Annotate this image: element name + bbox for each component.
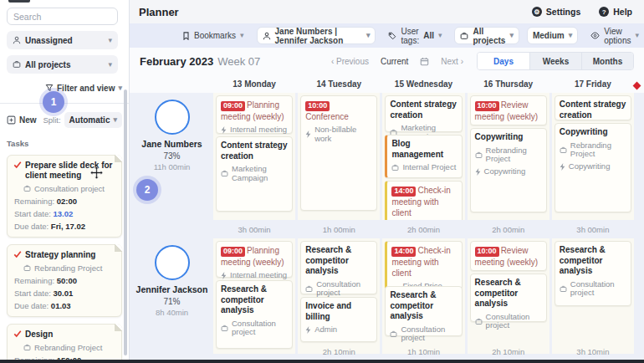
due-date-value: 01.03 <box>51 301 71 310</box>
task-card[interactable]: Research & competitor analysis Consultat… <box>216 280 293 349</box>
bookmarks-label: Bookmarks <box>194 31 236 40</box>
card-title: Content strategy creation <box>560 100 626 120</box>
task-card[interactable]: Research & competitor analysis Consultat… <box>300 241 377 294</box>
move-cursor-icon <box>90 166 103 179</box>
help-button[interactable]: ? Help <box>599 7 632 17</box>
event-card[interactable]: 10:00Review meeting (weekly) <box>470 95 547 125</box>
event-card[interactable]: 10:00Conference Non-billable work <box>300 95 377 211</box>
event-card[interactable]: 09:00Planning meeting (weekly) Internal … <box>216 241 293 278</box>
task-card[interactable]: Strategy planning Rebranding Project Rem… <box>7 244 122 317</box>
project-filter-dropdown[interactable]: All projects ▾ <box>7 55 118 74</box>
task-card[interactable]: Content strategy creation Marketing Camp… <box>216 136 293 212</box>
user-tags-label: User tags: <box>401 27 419 45</box>
due-date-label: Due date: <box>14 222 49 231</box>
briefcase-icon <box>391 164 399 171</box>
bookmark-icon <box>182 32 190 40</box>
next-button[interactable]: Next › <box>441 57 463 66</box>
event-card[interactable]: 14:00Check-in meeting with client Fixed … <box>385 241 462 289</box>
cell-jennifer-thursday[interactable]: 10:00Review meeting (weekly) Research & … <box>468 238 549 354</box>
next-label: Next <box>441 57 458 66</box>
cell-jane-monday[interactable]: 09:00Planning meeting (weekly) Internal … <box>213 93 295 220</box>
user-header[interactable]: Jane Numbers 73% 11h 00min <box>133 93 211 220</box>
view-options-dropdown[interactable]: View options ▾ <box>585 27 644 44</box>
new-row: New Split: Automatic ▾ <box>7 110 122 129</box>
calendar-icon[interactable] <box>420 57 429 66</box>
cell-jane-tuesday[interactable]: 10:00Conference Non-billable work <box>298 93 380 220</box>
task-card[interactable]: Content strategy creation Marketing Camp… <box>385 95 462 132</box>
task-card[interactable]: Invoice and billing Admin <box>300 297 377 342</box>
user-tags-dropdown[interactable]: User tags: All ▾ <box>383 27 447 44</box>
due-date-label: Due date: <box>14 301 49 310</box>
tab-weeks[interactable]: Weeks <box>529 53 581 69</box>
cell-jane-friday[interactable]: Content strategy creation Marketing Camp… <box>552 93 634 220</box>
tab-days[interactable]: Days <box>478 53 529 69</box>
assignee-filter-dropdown[interactable]: Unassigned ▾ <box>7 31 118 49</box>
task-card[interactable]: Copywriting Rebranding Project Copywriti… <box>555 123 631 212</box>
time-badge: 14:00 <box>391 247 416 257</box>
event-card[interactable]: 09:00Planning meeting (weekly) Internal … <box>216 95 293 134</box>
task-card[interactable]: Research & competitor analysis Consultat… <box>385 286 462 336</box>
task-card[interactable]: Content strategy creation Marketing Camp… <box>555 95 631 120</box>
task-card[interactable]: Design Rebranding Project Remaining: 150… <box>7 324 122 363</box>
task-card[interactable]: Copywriting Rebranding Project Copywriti… <box>470 128 547 212</box>
search-input[interactable] <box>7 8 118 25</box>
day-header-wednesday[interactable]: 15 Wednesday <box>382 74 464 93</box>
tutorial-step-badge-2: 2 <box>136 179 158 201</box>
user-header[interactable]: Jennifer Jackson 71% 8h 40min <box>133 238 211 354</box>
day-header-tuesday[interactable]: 14 Tuesday <box>298 74 380 93</box>
tab-months[interactable]: Months <box>581 53 633 69</box>
chevron-down-icon: ▾ <box>366 32 371 39</box>
task-card[interactable]: Research & competitor analysis Consultat… <box>470 274 547 322</box>
avatar[interactable] <box>155 245 190 280</box>
sidebar-scrollbar[interactable] <box>124 89 127 355</box>
previous-button[interactable]: ‹ Previous <box>331 57 369 66</box>
check-icon <box>13 330 22 338</box>
planner-app: Unassigned ▾ All projects ▾ Filter and v… <box>0 0 644 363</box>
start-date-label: Start date: <box>14 209 51 218</box>
people-filter-dropdown[interactable]: Jane Numbers | Jennifer Jackson ▾ <box>257 27 376 44</box>
user-name: Jennifer Jackson <box>136 284 208 294</box>
task-card[interactable]: Blog management Internal Project <box>385 135 462 178</box>
day-header-thursday[interactable]: 16 Thursday <box>468 74 549 93</box>
view-granularity-tabs: Days Weeks Months <box>477 52 634 70</box>
cell-jane-wednesday[interactable]: Content strategy creation Marketing Camp… <box>382 93 464 220</box>
card-project: Internal Project <box>402 163 456 172</box>
task-card[interactable]: Research & competitor analysis Consultat… <box>555 241 631 306</box>
day-total: 3h 10min <box>552 342 634 360</box>
cell-jennifer-friday[interactable]: Research & competitor analysis Consultat… <box>552 238 634 354</box>
density-value: Medium <box>533 31 565 40</box>
card-project: Consultation project <box>570 280 626 299</box>
event-card[interactable]: 10:00Review meeting (weekly) <box>470 241 547 271</box>
chevron-down-icon: ▾ <box>240 32 244 39</box>
split-mode-dropdown[interactable]: Automatic ▾ <box>64 112 122 128</box>
cell-jennifer-wednesday[interactable]: 14:00Check-in meeting with client Fixed … <box>382 238 464 354</box>
split-mode-value: Automatic <box>69 115 110 125</box>
avatar[interactable] <box>155 100 190 135</box>
chevron-down-icon: ▾ <box>438 32 442 39</box>
settings-button[interactable]: ⚙ Settings <box>532 7 580 17</box>
due-date-value: Fri, 17.02 <box>51 222 85 231</box>
day-header-monday[interactable]: 13 Monday <box>213 74 295 93</box>
briefcase-icon <box>23 264 31 272</box>
task-card[interactable]: Prepare slide deck for client meeting Co… <box>7 155 122 238</box>
user-tags-value: All <box>423 31 434 40</box>
page-title: Planner <box>139 6 179 18</box>
card-title: Research & competitor analysis <box>475 278 542 309</box>
filter-and-view-button[interactable]: Filter and view ▾ <box>7 81 122 95</box>
totals-spacer <box>133 342 211 360</box>
density-dropdown[interactable]: Medium ▾ <box>527 27 578 44</box>
card-title: Research & competitor analysis <box>390 290 457 322</box>
bookmarks-dropdown[interactable]: Bookmarks ▾ <box>177 27 249 44</box>
event-card[interactable]: 14:00Check-in meeting with client Fixed … <box>385 181 462 220</box>
card-title: Research & competitor analysis <box>305 245 372 277</box>
cell-jennifer-tuesday[interactable]: Research & competitor analysis Consultat… <box>298 238 380 354</box>
cell-jennifer-monday[interactable]: 09:00Planning meeting (weekly) Internal … <box>213 238 295 354</box>
chevron-down-icon: ▾ <box>108 61 112 69</box>
current-button[interactable]: Current <box>381 57 408 66</box>
new-task-button[interactable]: New <box>7 115 37 125</box>
bolt-icon <box>305 130 311 138</box>
projects-filter-dropdown[interactable]: All projects ▾ <box>454 27 519 44</box>
day-header-friday[interactable]: 17 Friday <box>552 74 634 93</box>
totals-row-jane: 3h 00min 1h 00min 2h 00min 2h 00min 3h 0… <box>133 220 634 238</box>
cell-jane-thursday[interactable]: 10:00Review meeting (weekly) Copywriting… <box>468 93 549 220</box>
